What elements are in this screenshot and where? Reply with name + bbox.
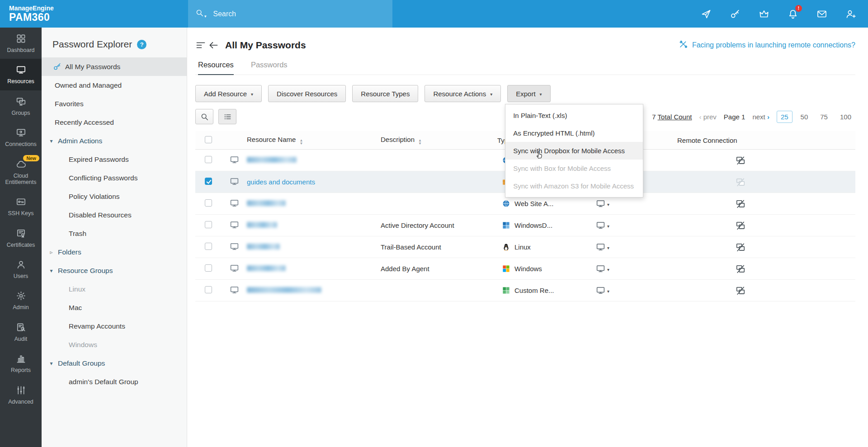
help-icon[interactable]: ? [137, 40, 146, 49]
nav-item-users[interactable]: Users [0, 254, 42, 285]
add-resource-button[interactable]: Add Resource▾ [195, 85, 262, 102]
nav-item-reports[interactable]: Reports [0, 348, 42, 379]
explorer-item-expired-passwords[interactable]: Expired Passwords [42, 150, 187, 169]
remote-connection-help-link[interactable]: Facing problems in launching remote conn… [679, 39, 855, 51]
collapse-triangle-icon[interactable]: ▾ [48, 268, 54, 274]
explorer-item-all-my-passwords[interactable]: All My Passwords [42, 57, 187, 76]
user-admin-icon[interactable] [845, 9, 856, 19]
table-search-button[interactable] [195, 109, 213, 124]
next-page-button[interactable]: next › [752, 113, 769, 121]
redacted-resource-name[interactable] [247, 244, 280, 249]
redacted-resource-name[interactable] [247, 200, 286, 206]
export-menu-item-as-encrypted-html-html[interactable]: As Encrypted HTML (.html) [505, 124, 643, 142]
row-checkbox[interactable] [205, 199, 212, 207]
remote-icon[interactable] [736, 199, 745, 209]
connection-type-dropdown[interactable]: ▾ [586, 242, 677, 252]
page-size-50[interactable]: 50 [797, 111, 812, 123]
launch-remote-icon[interactable] [701, 9, 712, 19]
row-checkbox[interactable] [205, 221, 212, 228]
explorer-item-revamp-accounts[interactable]: Revamp Accounts [42, 317, 187, 335]
explorer-item-recently-accessed[interactable]: Recently Accessed [42, 113, 187, 132]
section-label: Admin Actions [58, 137, 102, 145]
column-header-description[interactable]: Description [381, 136, 415, 143]
nav-item-admin[interactable]: Admin [0, 285, 42, 316]
explorer-item-default-groups[interactable]: ▾Default Groups [42, 354, 187, 372]
nav-item-dashboard[interactable]: Dashboard [0, 28, 42, 59]
explorer-item-linux[interactable]: Linux [42, 280, 187, 298]
remote-icon[interactable] [736, 221, 745, 231]
collapse-triangle-icon[interactable]: ▾ [48, 138, 54, 144]
remote-icon[interactable] [736, 264, 745, 274]
resource-name-link[interactable]: guides and documents [247, 178, 315, 186]
explorer-item-owned-and-managed[interactable]: Owned and Managed [42, 76, 187, 94]
total-count-link[interactable]: Total Count [658, 113, 692, 121]
remote-icon[interactable] [736, 177, 745, 187]
connection-type-dropdown[interactable]: ▾ [586, 286, 677, 295]
nav-item-cloud-entitlements[interactable]: NewCloud Entitlements [0, 153, 42, 191]
expand-triangle-icon[interactable]: ▹ [48, 249, 54, 255]
export-menu-item-in-plain-text-xls[interactable]: In Plain-Text (.xls) [505, 107, 643, 124]
nav-item-ssh-keys[interactable]: SSH Keys [0, 191, 42, 222]
connection-type-dropdown[interactable]: ▾ [586, 221, 677, 230]
page-size-100[interactable]: 100 [836, 111, 855, 123]
brand-logo[interactable]: ManageEngine PAM360 [0, 5, 54, 23]
license-icon[interactable] [759, 9, 769, 19]
row-checkbox[interactable] [205, 156, 212, 163]
explorer-item-favorites[interactable]: Favorites [42, 94, 187, 113]
explorer-item-disabled-resources[interactable]: Disabled Resources [42, 206, 187, 224]
nav-item-certificates[interactable]: Certificates [0, 222, 42, 254]
remote-icon[interactable] [736, 155, 745, 165]
explorer-item-conflicting-passwords[interactable]: Conflicting Passwords [42, 169, 187, 187]
explorer-item-resource-groups[interactable]: ▾Resource Groups [42, 261, 187, 280]
row-checkbox[interactable] [205, 286, 212, 293]
explorer-item-windows[interactable]: Windows [42, 335, 187, 354]
notifications-icon[interactable]: ! [788, 9, 798, 19]
remote-icon[interactable] [736, 242, 745, 252]
explorer-item-admin-actions[interactable]: ▾Admin Actions [42, 132, 187, 150]
list-view-button[interactable] [218, 109, 236, 124]
row-checkbox[interactable] [205, 178, 212, 185]
explorer-title-row: Password Explorer ? [42, 28, 187, 57]
collapse-panel-button[interactable] [195, 40, 206, 51]
explorer-item-folders[interactable]: ▹Folders [42, 243, 187, 261]
remote-icon[interactable] [736, 286, 745, 296]
redacted-resource-name[interactable] [247, 287, 321, 293]
sort-arrows-icon[interactable]: ▲▼ [299, 139, 303, 145]
back-arrow-button[interactable] [208, 40, 219, 51]
nav-item-advanced[interactable]: Advanced [0, 379, 42, 410]
prev-page-button[interactable]: ‹ prev [699, 113, 716, 121]
tab-passwords[interactable]: Passwords [251, 61, 288, 75]
redacted-resource-name[interactable] [247, 265, 286, 271]
explorer-item-trash[interactable]: Trash [42, 224, 187, 243]
nav-item-audit[interactable]: Audit [0, 316, 42, 348]
column-header-resource-name[interactable]: Resource Name [247, 136, 296, 143]
explorer-item-policy-violations[interactable]: Policy Violations [42, 187, 187, 206]
sort-arrows-icon[interactable]: ▲▼ [418, 139, 422, 145]
explorer-item-admin-s-default-group[interactable]: admin's Default Group [42, 372, 187, 391]
export-menu-item-sync-with-dropbox-for-mobile-access[interactable]: Sync with Dropbox for Mobile Access [505, 142, 643, 160]
nav-item-resources[interactable]: Resources [0, 59, 42, 90]
monitor-icon [230, 198, 239, 208]
connection-type-dropdown[interactable]: ▾ [586, 264, 677, 273]
nav-item-groups[interactable]: Groups [0, 90, 42, 122]
collapse-triangle-icon[interactable]: ▾ [48, 360, 54, 367]
row-checkbox[interactable] [205, 264, 212, 272]
page-size-25[interactable]: 25 [777, 111, 793, 123]
export-button[interactable]: Export▾In Plain-Text (.xls)As Encrypted … [507, 85, 550, 102]
explorer-item-mac[interactable]: Mac [42, 298, 187, 317]
redacted-resource-name[interactable] [247, 157, 297, 163]
feedback-icon[interactable] [816, 9, 827, 19]
nav-item-connections[interactable]: Connections [0, 122, 42, 153]
tab-resources[interactable]: Resources [198, 61, 234, 75]
page-size-75[interactable]: 75 [816, 111, 832, 123]
select-all-checkbox[interactable] [205, 136, 212, 143]
redacted-resource-name[interactable] [247, 222, 277, 228]
connection-type-dropdown[interactable]: ▾ [586, 199, 677, 208]
search-scope-control[interactable]: ▾ [195, 9, 207, 19]
row-checkbox[interactable] [205, 243, 212, 250]
resource-actions-button[interactable]: Resource Actions▾ [425, 85, 501, 102]
discover-resources-button[interactable]: Discover Resources [268, 85, 346, 102]
resource-types-button[interactable]: Resource Types [352, 85, 418, 102]
password-request-icon[interactable] [730, 9, 741, 19]
search-input[interactable] [212, 9, 385, 19]
